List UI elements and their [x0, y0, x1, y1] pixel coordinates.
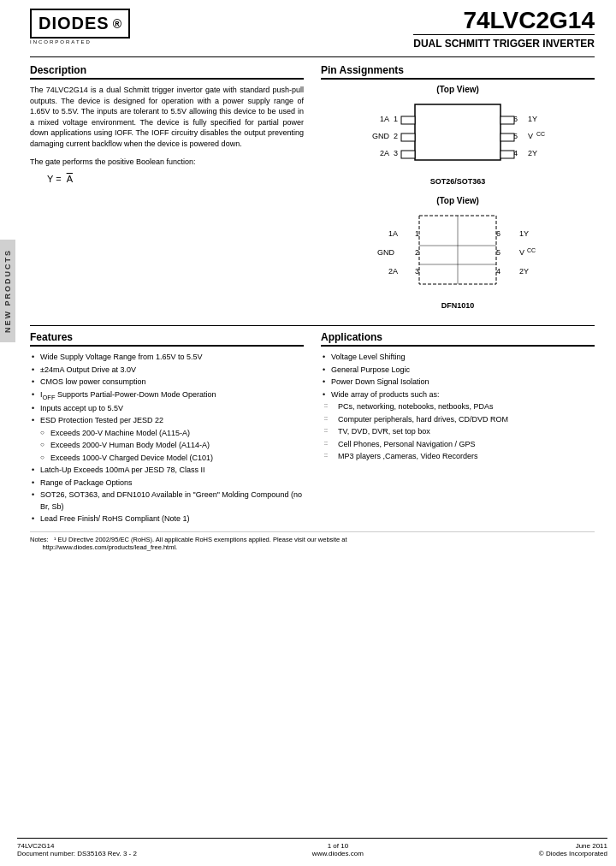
svg-rect-6 [401, 133, 415, 141]
sot-pin-section: (Top View) 1A 1 GND 2 [321, 85, 595, 186]
footer-page: 1 of 10 [328, 842, 348, 850]
list-item: Latch-Up Exceeds 100mA per JESD 78, Clas… [30, 465, 304, 477]
svg-text:1Y: 1Y [519, 229, 529, 238]
list-item: Range of Package Options [30, 477, 304, 489]
list-item: Lead Free Finish/ RoHS Compliant (Note 1… [30, 513, 304, 525]
svg-rect-3 [401, 116, 415, 124]
features-title: Features [30, 331, 304, 347]
list-item: Exceeds 200-V Machine Model (A115-A) [30, 428, 304, 440]
footer-center: 1 of 10 www.diodes.com [312, 842, 364, 857]
footer-copyright: © Diodes Incorporated [539, 850, 607, 857]
formula-area: Y = A [47, 174, 304, 184]
footer-chip-name: 74LVC2G14 [17, 842, 137, 850]
middle-divider [30, 325, 595, 326]
list-item: ESD Protection Tested per JESD 22 [30, 415, 304, 427]
logo-box: DIODES ® [30, 9, 130, 39]
svg-text:6: 6 [496, 229, 500, 238]
notes-text: ¹ EU Directive 2002/95/EC (RoHS). All ap… [30, 536, 347, 551]
formula-intro: The gate performs the positive Boolean f… [30, 157, 304, 168]
page-header: DIODES ® INCORPORATED 74LVC2G14 DUAL SCH… [30, 9, 595, 57]
svg-rect-0 [415, 104, 500, 160]
description-title: Description [30, 64, 304, 80]
svg-text:2A: 2A [388, 267, 398, 276]
company-name: DIODES [38, 14, 110, 33]
logo-area: DIODES ® INCORPORATED [30, 9, 130, 44]
svg-text:1: 1 [394, 115, 398, 123]
incorporated-text: INCORPORATED [30, 39, 92, 44]
svg-text:1: 1 [415, 229, 419, 238]
description-text: The 74LVC2G14 is a dual Schmitt trigger … [30, 85, 304, 150]
svg-text:GND: GND [377, 248, 395, 257]
svg-text:3: 3 [415, 267, 419, 276]
chip-subtitle: DUAL SCHMITT TRIGGER INVERTER [413, 34, 595, 50]
svg-text:3: 3 [394, 149, 398, 157]
sot-view-label: (Top View) [321, 85, 595, 94]
features-list: Wide Supply Voltage Range from 1.65V to … [30, 352, 304, 525]
svg-text:2: 2 [415, 248, 419, 257]
svg-rect-12 [500, 116, 514, 124]
svg-rect-19 [500, 151, 514, 158]
formula: Y = A [47, 174, 304, 184]
sot-svg: 1A 1 GND 2 2A 3 1Y 6 [364, 98, 552, 170]
list-item: Computer peripherals, hard drives, CD/DV… [321, 414, 595, 426]
svg-text:GND: GND [372, 132, 390, 140]
list-item: CMOS low power consumption [30, 377, 304, 389]
svg-text:2: 2 [394, 132, 398, 140]
applications-column: Applications Voltage Level Shifting Gene… [321, 331, 595, 526]
side-tab: NEW PRODUCTS [0, 240, 15, 342]
list-item: TV, DVD, DVR, set top box [321, 426, 595, 438]
svg-text:CC: CC [536, 131, 545, 137]
dfn-pin-section: (Top View) 1A 1 GND 2 2A 3 [321, 196, 595, 310]
svg-text:V: V [519, 248, 524, 257]
list-item: Wide Supply Voltage Range from 1.65V to … [30, 352, 304, 364]
features-column: Features Wide Supply Voltage Range from … [30, 331, 304, 526]
list-item: IOFF Supports Partial-Power-Down Mode Op… [30, 389, 304, 402]
chip-title: 74LVC2G14 [413, 9, 595, 33]
footer-left: 74LVC2G14 Document number: DS35163 Rev. … [17, 842, 137, 857]
sot-diagram: 1A 1 GND 2 2A 3 1Y 6 [321, 98, 595, 174]
footer-right: June 2011 © Diodes Incorporated [539, 842, 607, 857]
svg-rect-16 [500, 133, 514, 141]
list-item: SOT26, SOT363, and DFN1010 Available in … [30, 489, 304, 513]
formula-y: Y = [47, 174, 62, 184]
dfn-package-label: DFN1010 [321, 301, 595, 310]
notes-section: Notes: ¹ EU Directive 2002/95/EC (RoHS).… [30, 531, 595, 551]
list-item: General Purpose Logic [321, 365, 595, 377]
main-columns: Description The 74LVC2G14 is a dual Schm… [30, 64, 595, 320]
applications-title: Applications [321, 331, 595, 347]
footer-doc-number: Document number: DS35163 Rev. 3 - 2 [17, 850, 137, 857]
list-item: Voltage Level Shifting [321, 352, 595, 364]
list-item: Power Down Signal Isolation [321, 377, 595, 389]
pin-assignments-title: Pin Assignments [321, 64, 595, 80]
footer-website: www.diodes.com [312, 850, 364, 857]
list-item: Exceeds 2000-V Human Body Model (A114-A) [30, 440, 304, 452]
page-footer: 74LVC2G14 Document number: DS35163 Rev. … [17, 838, 607, 857]
svg-text:1A: 1A [388, 229, 398, 238]
svg-text:1A: 1A [380, 115, 389, 123]
svg-text:2A: 2A [380, 149, 389, 157]
list-item: ±24mA Output Drive at 3.0V [30, 365, 304, 377]
list-item: MP3 players ,Cameras, Video Recorders [321, 451, 595, 463]
list-item: Exceeds 1000-V Charged Device Model (C10… [30, 453, 304, 465]
svg-text:4: 4 [496, 267, 500, 276]
list-item: PCs, networking, notebooks, netbooks, PD… [321, 401, 595, 413]
applications-list: Voltage Level Shifting General Purpose L… [321, 352, 595, 463]
svg-rect-9 [401, 151, 415, 158]
list-item: Inputs accept up to 5.5V [30, 403, 304, 415]
list-item: Cell Phones, Personal Navigation / GPS [321, 439, 595, 451]
formula-a: A [67, 174, 73, 184]
right-column: Pin Assignments (Top View) 1A 1 GND [321, 64, 595, 320]
sot-package-label: SOT26/SOT363 [321, 177, 595, 186]
svg-text:5: 5 [496, 248, 500, 257]
dfn-svg: 1A 1 GND 2 2A 3 1Y 6 V CC 5 [372, 209, 543, 294]
svg-text:CC: CC [527, 247, 536, 253]
logo-dot: ® [113, 17, 121, 31]
left-column: Description The 74LVC2G14 is a dual Schm… [30, 64, 304, 320]
svg-text:V: V [528, 132, 533, 140]
dfn-view-label: (Top View) [321, 196, 595, 205]
title-area: 74LVC2G14 DUAL SCHMITT TRIGGER INVERTER [413, 9, 595, 50]
dfn-diagram: 1A 1 GND 2 2A 3 1Y 6 V CC 5 [321, 209, 595, 298]
footer-date: June 2011 [576, 842, 607, 850]
list-item: Wide array of products such as: [321, 389, 595, 401]
notes-label: Notes: [30, 536, 52, 543]
